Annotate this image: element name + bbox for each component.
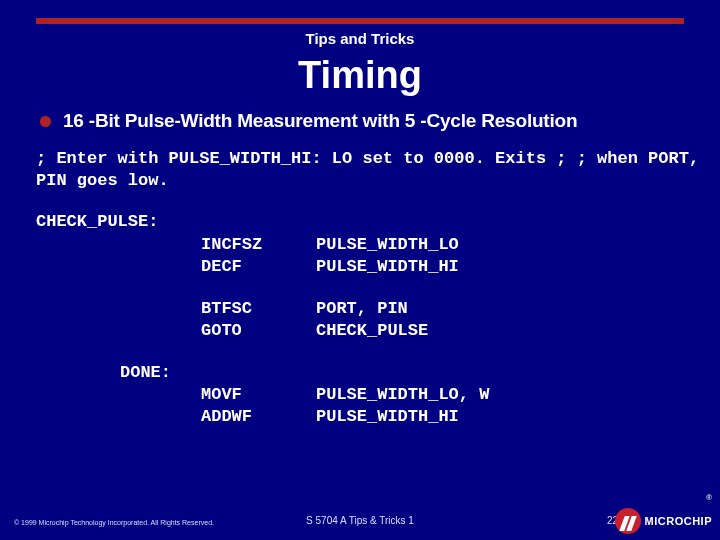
code-arg: PORT, PIN bbox=[316, 298, 700, 320]
footer: © 1999 Microchip Technology Incorporated… bbox=[0, 474, 720, 540]
code-row: INCFSZ PULSE_WIDTH_LO bbox=[36, 234, 700, 256]
code-arg: PULSE_WIDTH_LO, W bbox=[316, 384, 700, 406]
code-block-3: MOVF PULSE_WIDTH_LO, W ADDWF PULSE_WIDTH… bbox=[36, 384, 700, 429]
code-label-done: DONE: bbox=[36, 362, 700, 384]
code-op: MOVF bbox=[201, 384, 316, 406]
code-op: DECF bbox=[201, 256, 316, 278]
code-row: DECF PULSE_WIDTH_HI bbox=[36, 256, 700, 278]
bullet-text: 16 -Bit Pulse-Width Measurement with 5 -… bbox=[63, 110, 577, 132]
microchip-globe-icon bbox=[615, 508, 641, 534]
code-arg: PULSE_WIDTH_LO bbox=[316, 234, 700, 256]
code-label-check-pulse: CHECK_PULSE: bbox=[36, 212, 700, 231]
code-row: MOVF PULSE_WIDTH_LO, W bbox=[36, 384, 700, 406]
code-arg: CHECK_PULSE bbox=[316, 320, 700, 342]
code-row: GOTO CHECK_PULSE bbox=[36, 320, 700, 342]
brand-name: MICROCHIP bbox=[645, 515, 712, 527]
code-comment: ; Enter with PULSE_WIDTH_HI: LO set to 0… bbox=[36, 148, 700, 192]
code-arg: PULSE_WIDTH_HI bbox=[316, 406, 700, 428]
brand-logo: MICROCHIP bbox=[615, 508, 712, 534]
code-block-2: BTFSC PORT, PIN GOTO CHECK_PULSE bbox=[36, 298, 700, 343]
code-op: BTFSC bbox=[201, 298, 316, 320]
slide-title: Timing bbox=[0, 54, 720, 97]
code-op: GOTO bbox=[201, 320, 316, 342]
code-row: BTFSC PORT, PIN bbox=[36, 298, 700, 320]
code-block-1: INCFSZ PULSE_WIDTH_LO DECF PULSE_WIDTH_H… bbox=[36, 234, 700, 279]
bullet-dot-icon bbox=[40, 116, 51, 127]
slide-kicker: Tips and Tricks bbox=[0, 30, 720, 47]
code-arg: PULSE_WIDTH_HI bbox=[316, 256, 700, 278]
code-op: INCFSZ bbox=[201, 234, 316, 256]
bullet-row: 16 -Bit Pulse-Width Measurement with 5 -… bbox=[40, 110, 702, 132]
code-row: ADDWF PULSE_WIDTH_HI bbox=[36, 406, 700, 428]
accent-bar bbox=[36, 18, 684, 24]
registered-mark: ® bbox=[706, 493, 712, 502]
code-op: ADDWF bbox=[201, 406, 316, 428]
